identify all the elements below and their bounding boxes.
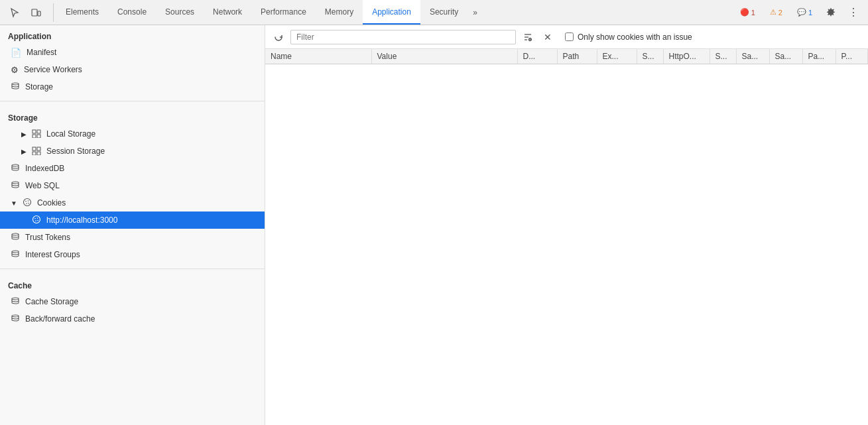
col-header-httponly: HttpO... [663, 49, 710, 64]
col-header-name: Name [265, 49, 371, 64]
web-sql-icon [11, 180, 20, 192]
svg-rect-10 [37, 152, 40, 155]
sidebar-item-cache-storage[interactable]: Cache Storage [0, 293, 265, 310]
svg-point-21 [35, 220, 36, 221]
col-header-secure: S... [710, 49, 736, 64]
svg-point-23 [12, 233, 19, 235]
sidebar-item-indexeddb-label: IndexedDB [25, 164, 64, 173]
svg-rect-9 [32, 152, 36, 155]
svg-line-31 [530, 38, 531, 40]
svg-point-18 [33, 215, 40, 223]
topbar-right: 🔴 1 ⚠ 2 💬 1 ⋮ [735, 3, 863, 22]
devtools-panel-icons [5, 3, 54, 22]
svg-rect-1 [38, 11, 40, 16]
sidebar-divider-1 [0, 101, 265, 101]
col-header-samesite: Sa... [736, 49, 769, 64]
settings-button[interactable] [822, 3, 840, 22]
svg-point-17 [28, 202, 29, 204]
sidebar-item-session-storage-label: Session Storage [46, 147, 105, 156]
sidebar-item-back-forward-cache[interactable]: Back/forward cache [0, 310, 265, 328]
svg-point-22 [37, 219, 38, 221]
sidebar-item-cookies-localhost[interactable]: http://localhost:3000 [0, 212, 265, 229]
svg-point-12 [12, 182, 19, 184]
col-header-expires: Ex... [597, 49, 637, 64]
tab-elements[interactable]: Elements [56, 0, 108, 25]
cursor-icon[interactable] [5, 3, 24, 22]
service-workers-icon: ⚙ [11, 65, 19, 75]
sidebar-divider-2 [0, 269, 265, 269]
cookies-icon [23, 198, 32, 209]
sidebar-item-interest-groups-label: Interest Groups [25, 250, 80, 259]
tab-security[interactable]: Security [420, 0, 467, 25]
tab-network[interactable]: Network [204, 0, 251, 25]
trust-tokens-icon [11, 232, 20, 243]
error-badge[interactable]: 🔴 1 [735, 6, 761, 19]
col-header-size: S... [637, 49, 663, 64]
tab-performance[interactable]: Performance [251, 0, 316, 25]
sidebar-section-cache: Cache [0, 274, 265, 293]
refresh-button[interactable] [271, 29, 286, 45]
warning-badge[interactable]: ⚠ 2 [765, 6, 788, 19]
svg-rect-5 [32, 135, 36, 138]
warning-icon: ⚠ [770, 8, 776, 17]
svg-point-16 [26, 203, 27, 204]
sidebar-item-service-workers-label: Service Workers [24, 65, 82, 74]
svg-point-14 [25, 200, 27, 202]
info-badge[interactable]: 💬 1 [792, 6, 818, 19]
info-count: 1 [808, 9, 812, 17]
expand-arrow-icon: ▶ [21, 148, 27, 155]
sidebar-item-trust-tokens[interactable]: Trust Tokens [0, 229, 265, 246]
show-issues-area: Only show cookies with an issue [565, 32, 692, 42]
tab-bar: Elements Console Sources Network Perform… [56, 0, 735, 25]
more-button[interactable]: ⋮ [844, 3, 863, 22]
sidebar-section-application: Application [0, 25, 265, 44]
col-header-samesite2: Sa... [769, 49, 802, 64]
main-area: Application 📄 Manifest ⚙ Service Workers… [0, 25, 868, 425]
sidebar-item-local-storage[interactable]: ▶ Local Storage [0, 125, 265, 143]
sidebar-item-indexeddb[interactable]: IndexedDB [0, 160, 265, 177]
sidebar-item-service-workers[interactable]: ⚙ Service Workers [0, 61, 265, 78]
show-issues-checkbox[interactable] [565, 32, 574, 41]
clear-button[interactable]: ✕ [540, 29, 556, 45]
svg-point-24 [12, 251, 19, 253]
show-issues-label[interactable]: Only show cookies with an issue [578, 32, 692, 42]
indexeddb-icon [11, 163, 20, 174]
sidebar: Application 📄 Manifest ⚙ Service Workers… [0, 25, 265, 425]
svg-point-2 [12, 83, 19, 85]
expand-arrow-cookies-icon: ▼ [11, 200, 17, 207]
tab-console[interactable]: Console [108, 0, 156, 25]
tab-sources[interactable]: Sources [156, 0, 204, 25]
sidebar-item-interest-groups[interactable]: Interest Groups [0, 246, 265, 263]
sidebar-item-cache-storage-label: Cache Storage [25, 297, 78, 306]
sidebar-item-cookies[interactable]: ▼ Cookies [0, 194, 265, 212]
tab-application[interactable]: Application [363, 0, 420, 25]
info-icon: 💬 [797, 8, 806, 17]
session-storage-icon [32, 146, 41, 157]
sidebar-item-storage[interactable]: Storage [0, 78, 265, 95]
sidebar-item-storage-label: Storage [25, 82, 53, 91]
sidebar-item-web-sql-label: Web SQL [25, 181, 60, 190]
sidebar-item-session-storage[interactable]: ▶ Session Storage [0, 143, 265, 160]
svg-point-19 [34, 217, 36, 219]
filter-clear-icon[interactable] [520, 29, 536, 45]
sidebar-item-web-sql[interactable]: Web SQL [0, 177, 265, 194]
tab-more-icon[interactable]: » [467, 0, 483, 25]
device-toggle-icon[interactable] [27, 3, 45, 22]
filter-input[interactable] [290, 30, 516, 44]
sidebar-item-manifest[interactable]: 📄 Manifest [0, 44, 265, 61]
svg-point-20 [37, 217, 38, 219]
error-count: 1 [751, 9, 755, 17]
col-header-path: Path [557, 49, 597, 64]
svg-point-13 [23, 198, 31, 206]
content-toolbar: ✕ Only show cookies with an issue [265, 25, 868, 49]
svg-point-15 [28, 200, 29, 202]
svg-rect-8 [37, 147, 40, 151]
error-icon: 🔴 [740, 8, 749, 17]
sidebar-item-cookies-localhost-label: http://localhost:3000 [46, 215, 117, 225]
svg-rect-7 [32, 147, 36, 151]
local-storage-icon [32, 129, 41, 140]
tab-memory[interactable]: Memory [316, 0, 363, 25]
interest-groups-icon [11, 249, 20, 261]
col-header-value: Value [371, 49, 517, 64]
svg-rect-3 [32, 130, 36, 133]
